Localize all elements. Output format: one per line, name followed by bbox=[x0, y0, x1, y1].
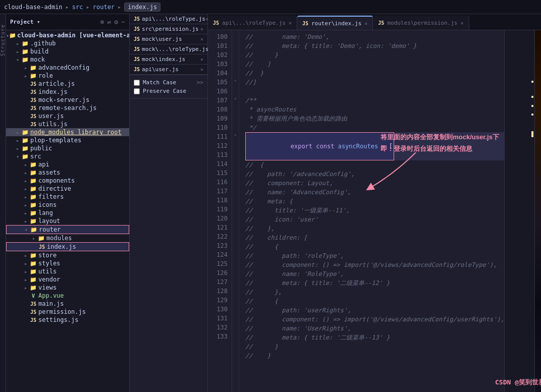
tree-item-mock-user[interactable]: ▸ JS user.js bbox=[6, 112, 129, 120]
line-numbers: 100 101 102 103 104 105 106 107 108 109 … bbox=[208, 30, 232, 392]
code-line-106 bbox=[245, 87, 504, 96]
tree-item-mock-utils[interactable]: ▸ JS utils.js bbox=[6, 120, 129, 128]
editor-tab-permission[interactable]: JS modules\permission.js ✕ bbox=[373, 16, 469, 30]
code-line-111: export const asyncRoutes = [ bbox=[245, 132, 504, 160]
preserve-case-label: Preserve Case bbox=[143, 88, 186, 94]
photo-area bbox=[534, 30, 541, 392]
main-layout: Structure Project ▾ ⊕ ⇌ ⚙ − ▾ 📁 cloud-ba… bbox=[0, 14, 541, 392]
code-line-105: //] bbox=[245, 78, 504, 87]
code-line-124: // name: 'RoleType', bbox=[245, 269, 504, 278]
editor-tab-router-index[interactable]: JS router\index.js ✕ bbox=[297, 16, 373, 30]
tree-item-article[interactable]: ▸ JS article.js bbox=[6, 80, 129, 88]
tree-item-assets[interactable]: ▸ 📁 assets bbox=[6, 169, 129, 177]
collapse-icon[interactable]: − bbox=[121, 18, 125, 26]
photo-placeholder bbox=[535, 30, 541, 392]
scroll-indicator-1 bbox=[531, 81, 533, 83]
code-line-110: */ bbox=[245, 123, 504, 132]
search-tabs: JS api\...\roleType.js ✕ JS src\permissi… bbox=[130, 14, 207, 75]
code-line-107: /** bbox=[245, 96, 504, 105]
tree-item-advancedconfig[interactable]: ▸ 📁 advancedConfig bbox=[6, 64, 129, 72]
code-line-117: // title: '一级菜单--11', bbox=[245, 206, 504, 215]
title-sep3: ▸ bbox=[118, 4, 121, 11]
tree-item-build[interactable]: ▸ 📁 build bbox=[6, 47, 129, 55]
match-case-checkbox[interactable] bbox=[134, 80, 140, 86]
tree-item-filters[interactable]: ▸ 📁 filters bbox=[6, 193, 129, 201]
tree-item-api[interactable]: ▸ 📁 api bbox=[6, 160, 129, 169]
code-line-104: // } bbox=[245, 69, 504, 78]
title-bar: cloud-base-admin ▸ src ▸ router ▸ index.… bbox=[0, 0, 541, 14]
tree-item-app-vue[interactable]: ▸ V App.vue bbox=[6, 292, 129, 300]
tree-item-remote-search[interactable]: ▸ JS remote-search.js bbox=[6, 104, 129, 112]
tree-header-icons: ⊕ ⇌ ⚙ − bbox=[100, 18, 125, 26]
tree-item-router[interactable]: ▾ 📁 router bbox=[6, 225, 129, 234]
match-case-row[interactable]: Match Case >> bbox=[134, 78, 203, 87]
sync-icon[interactable]: ⇌ bbox=[107, 18, 112, 26]
tree-item-layout[interactable]: ▸ 📁 layout bbox=[6, 217, 129, 225]
code-line-103: // ] bbox=[245, 60, 504, 69]
preserve-case-row[interactable]: Preserve Case bbox=[134, 87, 203, 95]
search-tab-close-1[interactable]: ✕ bbox=[200, 26, 203, 32]
editor-tab-roletype[interactable]: JS api\...\roleType.js ✕ bbox=[208, 16, 297, 30]
tree-root[interactable]: ▾ 📁 cloud-base-admin [vue-element-ac bbox=[6, 31, 129, 39]
minimap bbox=[504, 30, 534, 392]
tree-item-directive[interactable]: ▸ 📁 directive bbox=[6, 185, 129, 193]
search-tab-close-4[interactable]: ✕ bbox=[200, 57, 203, 62]
tree-item-github[interactable]: ▸ 📁 .github bbox=[6, 39, 129, 47]
match-case-label: Match Case bbox=[143, 79, 176, 86]
add-icon[interactable]: ⊕ bbox=[100, 18, 104, 26]
search-tab-api-user[interactable]: JS api\user.js ✕ bbox=[130, 65, 207, 75]
editor-tab-close-2[interactable]: ✕ bbox=[460, 20, 463, 26]
tree-item-settings[interactable]: ▸ JS settings.js bbox=[6, 316, 129, 324]
tree-item-lang[interactable]: ▸ 📁 lang bbox=[6, 209, 129, 217]
tree-item-public[interactable]: ▸ 📁 public bbox=[6, 144, 129, 152]
title-crumb-src: src bbox=[72, 4, 83, 11]
title-file: index.js bbox=[124, 3, 160, 12]
tree-item-icons[interactable]: ▸ 📁 icons bbox=[6, 201, 129, 209]
project-label: Project ▾ bbox=[10, 19, 97, 25]
tree-item-styles[interactable]: ▸ 📁 styles bbox=[6, 259, 129, 267]
code-line-127: // { bbox=[245, 297, 504, 306]
code-content[interactable]: // name: 'Demo', // meta: { title: 'Demo… bbox=[239, 30, 504, 392]
search-tab-close-2[interactable]: ✕ bbox=[200, 36, 203, 42]
editor-tab-close-0[interactable]: ✕ bbox=[289, 20, 292, 26]
search-tab-close-5[interactable]: ✕ bbox=[200, 67, 203, 72]
app-name: cloud-base-admin bbox=[4, 4, 63, 11]
search-tab-roletype[interactable]: JS api\...\roleType.js ✕ bbox=[130, 14, 207, 24]
tree-item-vendor[interactable]: ▸ 📁 vendor bbox=[6, 275, 129, 284]
tree-item-mock-server[interactable]: ▸ JS mock-server.js bbox=[6, 96, 129, 104]
tree-item-mock-index[interactable]: ▸ JS index.js bbox=[6, 88, 129, 96]
code-line-113: // path: '/advancedConfig', bbox=[245, 170, 504, 179]
tree-item-plop[interactable]: ▸ 📁 plop-templates bbox=[6, 136, 129, 144]
settings-icon[interactable]: ⚙ bbox=[114, 18, 118, 26]
code-line-119: // }, bbox=[245, 224, 504, 233]
tree-item-utils2[interactable]: ▸ 📁 utils bbox=[6, 267, 129, 275]
tree-item-main[interactable]: ▸ JS main.js bbox=[6, 300, 129, 308]
scroll-indicator-4 bbox=[531, 114, 533, 116]
search-tab-mock-index[interactable]: JS mock\index.js ✕ bbox=[130, 54, 207, 65]
watermark: CSDN @笑到世界都狼狈 bbox=[495, 378, 541, 387]
scroll-indicator-3 bbox=[531, 105, 533, 107]
search-tab-permission[interactable]: JS src\permission.js ✕ bbox=[130, 24, 207, 34]
preserve-case-checkbox[interactable] bbox=[134, 88, 140, 94]
tree-item-permission[interactable]: ▸ JS permission.js bbox=[6, 308, 129, 316]
fold-gutter: ▾ ▾ ▾ bbox=[232, 30, 239, 392]
code-line-133: // } bbox=[245, 351, 504, 360]
tree-item-router-index[interactable]: ▸ JS index.js bbox=[6, 242, 129, 251]
editor-area: JS api\...\roleType.js ✕ JS router\index… bbox=[208, 14, 541, 392]
tree-item-node-modules[interactable]: ▸ 📁 node_modules library root bbox=[6, 128, 129, 136]
title-crumb-router: router bbox=[93, 4, 115, 11]
search-tab-mock-roletype[interactable]: JS mock\...\roleType.js ✕ bbox=[130, 44, 207, 54]
search-tab-user[interactable]: JS mock\user.js ✕ bbox=[130, 34, 207, 44]
code-line-118: // icon: 'user' bbox=[245, 215, 504, 224]
tree-item-role[interactable]: ▸ 📁 role bbox=[6, 72, 129, 80]
code-line-125: // meta: { title: '二级菜单--12' } bbox=[245, 278, 504, 288]
tree-item-store[interactable]: ▸ 📁 store bbox=[6, 251, 129, 259]
tree-item-src[interactable]: ▾ 📁 src bbox=[6, 152, 129, 160]
tree-item-modules[interactable]: ▸ 📁 modules bbox=[6, 234, 129, 242]
tree-item-components[interactable]: ▸ 📁 components bbox=[6, 177, 129, 185]
more-options-icon[interactable]: >> bbox=[197, 79, 203, 86]
tree-item-views[interactable]: ▸ 📁 views bbox=[6, 284, 129, 292]
tree-item-mock[interactable]: ▾ 📁 mock bbox=[6, 55, 129, 64]
editor-tab-close-1[interactable]: ✕ bbox=[364, 21, 367, 26]
code-line-100: // name: 'Demo', bbox=[245, 32, 504, 41]
